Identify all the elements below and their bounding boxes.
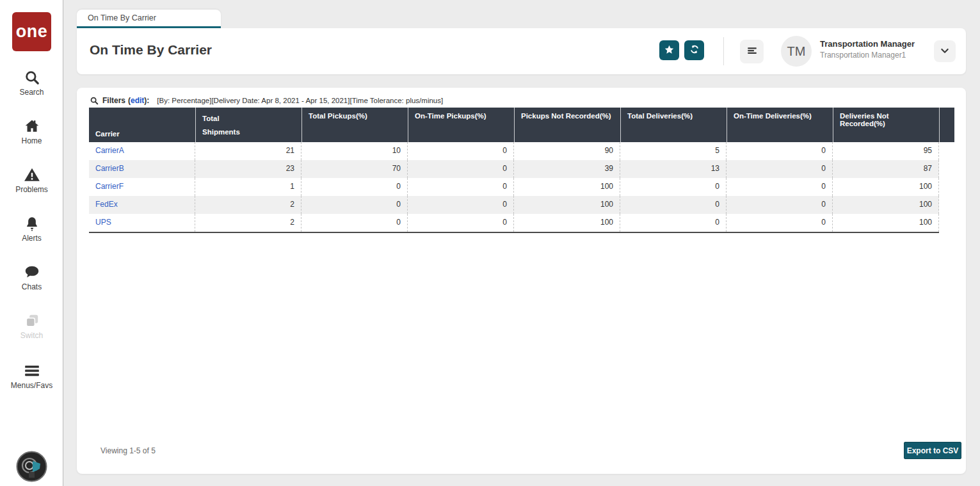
value-cell: 0 [408,142,514,160]
value-cell: 90 [514,142,620,160]
value-cell: 0 [727,178,833,196]
value-cell: 21 [195,142,301,160]
table-row: CarrierA21100905095 [89,142,939,160]
value-cell: 10 [301,142,408,160]
column-header[interactable]: On-Time Pickups(%) [408,108,514,142]
carrier-link[interactable]: CarrierF [95,182,124,191]
table-row: CarrierF10010000100 [89,178,939,196]
value-cell: 95 [833,142,939,160]
filters-edit-link[interactable]: edit [131,96,144,105]
user-menu-button[interactable] [934,40,956,62]
table-row: UPS20010000100 [89,214,939,232]
value-cell: 0 [301,214,408,232]
value-cell: 0 [727,142,833,160]
filter-search-icon [90,96,99,105]
sidebar-item-chats[interactable]: Chats [0,264,63,291]
sidebar-item-switch: Switch [0,312,63,340]
export-csv-button[interactable]: Export to CSV [904,442,961,459]
carrier-link[interactable]: UPS [95,218,111,227]
value-cell: 0 [620,178,727,196]
column-header[interactable]: Pickups Not Recorded(%) [514,108,620,142]
user-avatar[interactable]: TM [781,36,812,67]
carrier-cell: FedEx [89,196,195,214]
avatar-initials: TM [787,44,806,59]
one-logo[interactable]: one [12,12,51,51]
tab-label: On Time By Carrier [88,13,156,22]
carrier-cell: CarrierB [89,160,195,178]
user-role: Transportation Manager [820,39,915,49]
page-title: On Time By Carrier [90,42,212,58]
sidebar-item-label: Problems [0,185,63,194]
header-menu-button[interactable] [740,40,764,63]
sidebar-item-label: Chats [0,282,63,291]
carrier-link[interactable]: FedEx [95,200,118,209]
value-cell: 1 [195,178,301,196]
value-cell: 23 [195,160,301,178]
favorite-button[interactable] [659,40,679,60]
table-body: CarrierA21100905095CarrierB237003913087C… [89,142,939,233]
value-cell: 0 [727,196,833,214]
value-cell: 2 [195,214,301,232]
carrier-table: CarrierTotal ShipmentsTotal Pickups(%)On… [89,108,954,233]
carrier-cell: CarrierA [89,142,195,160]
sidebar-item-home[interactable]: Home [0,118,63,145]
menu-icon [0,362,63,380]
bell-icon [0,215,63,232]
carrier-link[interactable]: CarrierB [95,164,124,173]
chat-icon [0,264,63,281]
column-header[interactable]: Total Pickups(%) [301,108,408,142]
hamburger-icon [746,45,758,58]
sidebar-item-alerts[interactable]: Alerts [0,215,63,243]
sidebar-item-label: Menus/Favs [0,381,63,390]
report-panel: Filters ( edit ): [By: Percentage][Deliv… [77,88,966,474]
column-header[interactable]: Total Shipments [195,108,301,142]
refresh-icon [689,44,700,57]
star-icon [664,44,675,57]
table-row: CarrierB237003913087 [89,160,939,178]
filters-summary: [By: Percentage][Delivery Date: Apr 8, 2… [157,97,443,104]
value-cell: 0 [727,160,833,178]
carrier-link[interactable]: CarrierA [95,146,124,155]
sidebar-item-search[interactable]: Search [0,69,63,97]
search-icon [0,69,63,86]
column-header[interactable]: On-Time Deliveries(%) [727,108,833,142]
column-header[interactable]: Carrier [89,108,195,142]
header-divider [723,37,724,65]
sidebar-item-menus-favs[interactable]: Menus/Favs [0,362,63,390]
switch-icon [0,312,63,330]
value-cell: 100 [514,178,620,196]
user-name: Transportation Manager1 [820,51,915,60]
value-cell: 100 [833,214,939,232]
table-header-row: CarrierTotal ShipmentsTotal Pickups(%)On… [89,108,954,142]
value-cell: 100 [514,214,620,232]
value-cell: 0 [727,214,833,232]
value-cell: 0 [620,196,727,214]
refresh-button[interactable] [684,40,704,60]
warning-icon [0,166,63,184]
value-cell: 2 [195,196,301,214]
value-cell: 13 [620,160,727,178]
table-row: FedEx20010000100 [89,196,939,214]
column-header[interactable]: Total Deliveries(%) [620,108,727,142]
sidebar-item-problems[interactable]: Problems [0,166,63,194]
tab-on-time-by-carrier[interactable]: On Time By Carrier [77,10,221,28]
ai-assistant-icon[interactable] [16,451,47,482]
value-cell: 0 [620,214,727,232]
sidebar-item-label: Home [0,136,63,145]
home-icon [0,118,63,135]
filters-paren-close: ): [144,96,149,105]
value-cell: 0 [301,178,408,196]
column-header[interactable]: Deliveries Not Recorded(%) [833,108,939,142]
sidebar: one Search Home Problems Alerts Chats [0,0,63,486]
value-cell: 5 [620,142,727,160]
logo-text: one [16,22,48,42]
value-cell: 70 [301,160,408,178]
sidebar-item-label: Switch [0,331,63,340]
carrier-cell: CarrierF [89,178,195,196]
value-cell: 100 [833,196,939,214]
value-cell: 0 [408,196,514,214]
value-cell: 0 [408,214,514,232]
filters-bar: Filters ( edit ): [By: Percentage][Deliv… [90,96,443,105]
value-cell: 0 [301,196,408,214]
value-cell: 100 [514,196,620,214]
